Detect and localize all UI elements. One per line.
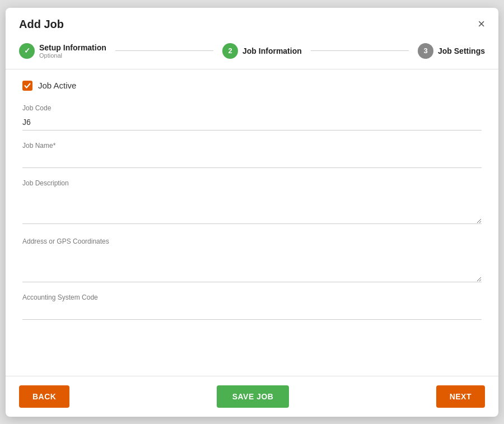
step-3-label: Job Settings <box>438 46 485 55</box>
back-button[interactable]: BACK <box>19 385 69 408</box>
stepper: ✓ Setup Information Optional 2 Job Infor… <box>6 38 498 69</box>
step-line-1 <box>115 50 213 51</box>
step-2-circle: 2 <box>222 43 238 59</box>
save-job-button[interactable]: SAVE JOB <box>217 385 290 408</box>
checkmark-icon <box>24 82 31 89</box>
job-code-field: Job Code <box>22 104 482 131</box>
step-2: 2 Job Information <box>222 43 302 59</box>
step-1-number: ✓ <box>24 46 30 55</box>
job-code-label: Job Code <box>22 104 482 112</box>
modal-footer: BACK SAVE JOB NEXT <box>6 376 498 417</box>
job-description-label: Job Description <box>22 179 482 187</box>
accounting-code-label: Accounting System Code <box>22 293 482 301</box>
step-line-2 <box>311 50 409 51</box>
job-description-input[interactable] <box>22 190 482 224</box>
step-1-label: Setup Information <box>39 43 106 52</box>
step-2-label: Job Information <box>242 46 302 55</box>
job-name-label: Job Name* <box>22 142 482 150</box>
step-1-sublabel: Optional <box>39 52 106 59</box>
job-name-field: Job Name* <box>22 142 482 168</box>
job-active-label: Job Active <box>38 81 76 90</box>
modal-body: Job Active Job Code Job Name* Job Descri… <box>6 69 498 376</box>
step-2-info: Job Information <box>242 46 302 55</box>
job-name-input[interactable] <box>22 153 482 168</box>
step-3-number: 3 <box>423 46 427 55</box>
accounting-code-input[interactable] <box>22 305 482 320</box>
close-button[interactable]: × <box>478 18 485 30</box>
accounting-code-field: Accounting System Code <box>22 293 482 320</box>
address-label: Address or GPS Coordinates <box>22 237 482 245</box>
step-1: ✓ Setup Information Optional <box>19 43 106 59</box>
modal-header: Add Job × <box>6 8 498 38</box>
address-input[interactable] <box>22 249 482 282</box>
next-button[interactable]: NEXT <box>436 385 485 408</box>
job-active-row: Job Active <box>22 81 482 91</box>
step-2-number: 2 <box>228 46 232 55</box>
job-description-field: Job Description <box>22 179 482 226</box>
modal-title: Add Job <box>19 18 64 31</box>
job-active-checkbox[interactable] <box>22 81 32 91</box>
step-1-info: Setup Information Optional <box>39 43 106 59</box>
address-field: Address or GPS Coordinates <box>22 237 482 282</box>
modal-overlay: Add Job × ✓ Setup Information Optional 2 <box>0 0 504 424</box>
step-3: 3 Job Settings <box>418 43 485 59</box>
job-code-input[interactable] <box>22 115 482 131</box>
step-1-circle: ✓ <box>19 43 35 59</box>
step-3-circle: 3 <box>418 43 433 59</box>
modal-dialog: Add Job × ✓ Setup Information Optional 2 <box>6 8 498 417</box>
step-3-info: Job Settings <box>438 46 485 55</box>
